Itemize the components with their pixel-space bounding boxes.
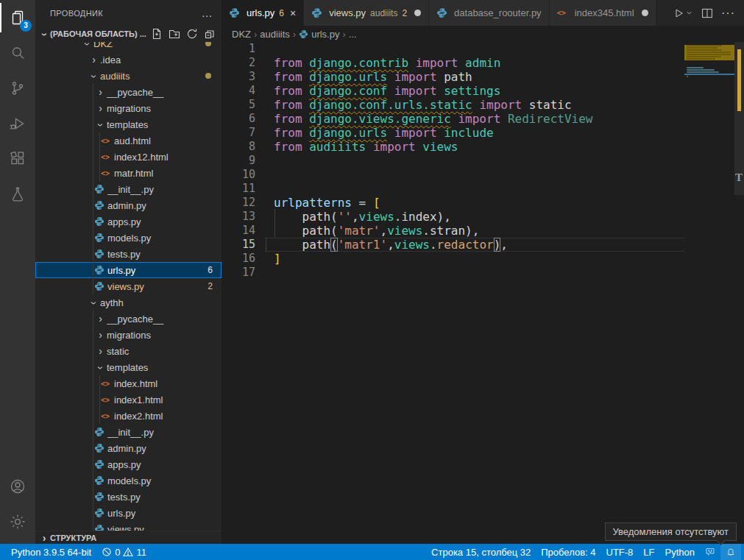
tree-item-admin-py[interactable]: admin.py: [35, 197, 222, 213]
code-line-13[interactable]: path('',views.index),: [274, 210, 684, 224]
code-line-7[interactable]: from django.urls import include: [274, 126, 684, 140]
tree-item-aud-html[interactable]: <>aud.html: [35, 132, 222, 149]
account-icon: [9, 478, 26, 495]
code-line-5[interactable]: from django.conf.urls.static import stat…: [274, 98, 684, 112]
dirty-dot-icon[interactable]: [642, 10, 648, 16]
indent-guide: [93, 327, 93, 343]
activity-source-control[interactable]: [0, 71, 35, 106]
code-line-9[interactable]: [274, 154, 684, 168]
tree-item-index-html[interactable]: <>index.html: [35, 375, 222, 391]
outline-section-header[interactable]: › СТРУКТУРА: [35, 531, 222, 544]
status-feedback[interactable]: [700, 544, 720, 560]
tree-item-tests-py[interactable]: tests.py: [35, 489, 222, 505]
code-line-8[interactable]: from audiiits import views: [274, 140, 684, 154]
tree-item-templates[interactable]: ›templates: [35, 359, 222, 375]
code-line-15[interactable]: path('matr1',views.redactor),: [265, 238, 684, 252]
breadcrumb-item-[interactable]: ...: [349, 29, 357, 40]
tree-item-models-py[interactable]: models.py: [35, 472, 222, 489]
close-icon[interactable]: ×: [290, 7, 296, 19]
indent-guide: [93, 489, 93, 505]
editor-scrollbar[interactable]: T: [734, 42, 744, 544]
tree-item-matr-html[interactable]: <>matr.html: [35, 165, 222, 181]
tree-item-index12-html[interactable]: <>index12.html: [35, 149, 222, 165]
code-line-12[interactable]: urlpatterns = [: [274, 196, 684, 210]
breadcrumb-label: ...: [349, 29, 357, 40]
code-line-4[interactable]: from django.conf import settings: [274, 84, 684, 98]
dirty-dot-icon[interactable]: [414, 10, 421, 16]
code-line-2[interactable]: from django.contrib import admin: [274, 56, 684, 70]
status-notifications[interactable]: [720, 544, 741, 560]
workspace-section-header[interactable]: › (РАБОЧАЯ ОБЛАСТЬ) ...: [35, 26, 222, 42]
status-indentation[interactable]: Пробелов: 4: [536, 544, 600, 560]
code-line-6[interactable]: from django.views.generic import Redirec…: [274, 112, 684, 126]
tab-description: audiiits: [370, 8, 397, 18]
tree-item-apps-py[interactable]: apps.py: [35, 213, 222, 230]
tree-item-templates[interactable]: ›templates: [35, 116, 222, 132]
more-actions-icon[interactable]: ···: [721, 7, 735, 20]
split-editor-icon[interactable]: [701, 7, 714, 20]
tab-urls-py[interactable]: urls.py6×: [222, 0, 304, 26]
sidebar-more-actions[interactable]: ...: [202, 7, 213, 19]
status-problems[interactable]: 011: [96, 544, 152, 560]
tree-item-init-py[interactable]: __init__.py: [35, 424, 222, 440]
status-eol[interactable]: LF: [638, 544, 659, 560]
activity-settings[interactable]: [0, 504, 35, 539]
activity-run-debug[interactable]: [0, 106, 35, 141]
tree-item-aythh[interactable]: ›aythh: [35, 294, 222, 311]
activity-account[interactable]: [0, 469, 35, 504]
tree-item-index2-html[interactable]: <>index2.html: [35, 408, 222, 424]
tree-item-static[interactable]: ›static: [35, 343, 222, 359]
breadcrumb-item-audiiits[interactable]: audiiits: [260, 29, 289, 40]
tree-item-urls-py[interactable]: urls.py: [35, 505, 222, 521]
tab-database-roouter-py[interactable]: database_roouter.py: [429, 0, 550, 26]
indent-guide: [93, 311, 93, 327]
tree-item-index1-html[interactable]: <>index1.html: [35, 391, 222, 408]
minimap[interactable]: [684, 42, 734, 544]
code-line-16[interactable]: ]: [274, 252, 684, 266]
tree-item-label: __init__.py: [107, 184, 222, 195]
tree-item-idea[interactable]: ›.idea: [35, 52, 222, 68]
code-token: [437, 84, 444, 98]
tree-item-audiiits[interactable]: ›audiiits: [35, 68, 222, 84]
indent-guide: [93, 521, 93, 531]
activity-testing[interactable]: [0, 177, 35, 212]
tree-item-views-py[interactable]: views.py: [35, 521, 222, 531]
tree-item-tests-py[interactable]: tests.py: [35, 246, 222, 262]
activity-extensions[interactable]: [0, 141, 35, 177]
breadcrumb-item-urls-py[interactable]: urls.py: [299, 29, 339, 40]
activity-explorer[interactable]: 3: [0, 0, 35, 35]
tree-item-dkz[interactable]: ›DKZ: [35, 42, 222, 52]
tree-item-models-py[interactable]: models.py: [35, 230, 222, 246]
new-file-icon[interactable]: [151, 28, 163, 40]
code-line-17[interactable]: [274, 266, 684, 280]
code-editor[interactable]: 1234567891011121314151617 from django.co…: [222, 42, 744, 544]
status-encoding[interactable]: UTF-8: [601, 544, 639, 560]
tab-views-py[interactable]: views.pyaudiiits2: [304, 0, 429, 26]
collapse-all-icon[interactable]: [204, 28, 216, 40]
refresh-icon[interactable]: [186, 28, 198, 40]
tab-index345-html[interactable]: <>index345.html: [550, 0, 656, 26]
tree-item-migrations[interactable]: ›migrations: [35, 100, 222, 116]
code-line-3[interactable]: from django.urls import path: [274, 70, 684, 84]
tree-item-pycache[interactable]: ›__pycache__: [35, 84, 222, 100]
scrollbar-artifact: T: [735, 171, 743, 184]
code-line-10[interactable]: [274, 168, 684, 182]
code-line-14[interactable]: path('matr',views.stran),: [274, 224, 684, 238]
tree-item-urls-py[interactable]: urls.py6: [35, 262, 222, 278]
tree-item-migrations[interactable]: ›migrations: [35, 327, 222, 343]
tree-item-views-py[interactable]: views.py2: [35, 278, 222, 294]
status-cursor-position[interactable]: Строка 15, столбец 32: [426, 544, 536, 560]
tree-item-apps-py[interactable]: apps.py: [35, 456, 222, 472]
code-line-1[interactable]: [274, 42, 684, 56]
breadcrumb-item-dkz[interactable]: DKZ: [232, 29, 251, 40]
new-folder-icon[interactable]: [169, 28, 180, 40]
activity-search[interactable]: [0, 35, 35, 71]
status-language-mode[interactable]: Python: [660, 544, 700, 560]
tree-item-init-py[interactable]: __init__.py: [35, 181, 222, 197]
tree-item-pycache[interactable]: ›__pycache__: [35, 311, 222, 327]
code-line-11[interactable]: [274, 182, 684, 196]
tree-item-admin-py[interactable]: admin.py: [35, 440, 222, 456]
run-button[interactable]: [672, 7, 693, 20]
status-python-version[interactable]: Python 3.9.5 64-bit: [6, 544, 96, 560]
modified-dot-badge: [205, 73, 211, 79]
